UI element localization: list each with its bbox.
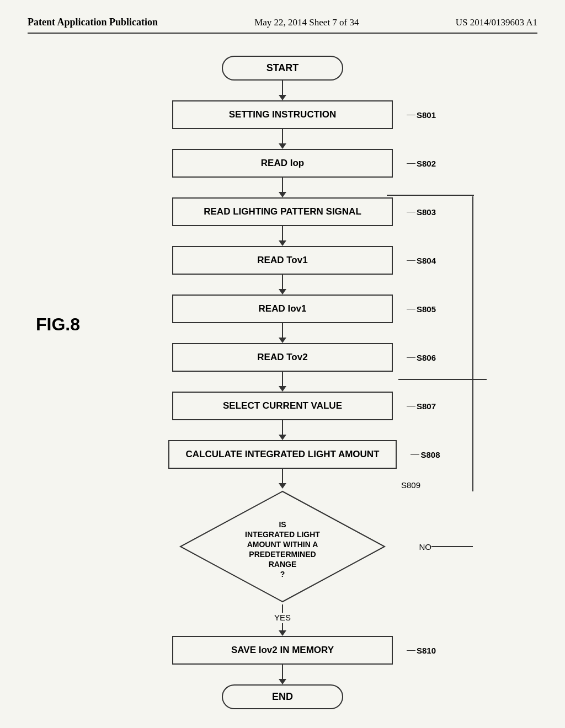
step-s808-process: CALCULATE INTEGRATED LIGHT AMOUNT S808 bbox=[168, 440, 397, 469]
yes-line-bottom bbox=[282, 623, 283, 631]
start-terminal-wrapper: START bbox=[222, 56, 343, 81]
step-s810-id: S810 bbox=[417, 646, 436, 655]
step-s803-process: READ LIGHTING PATTERN SIGNAL S803 bbox=[172, 197, 393, 226]
no-line-top-horizontal bbox=[387, 194, 474, 196]
step-s808-wrapper: CALCULATE INTEGRATED LIGHT AMOUNT S808 bbox=[168, 440, 397, 469]
step-s801-id: S801 bbox=[417, 110, 436, 120]
step-s807-id: S807 bbox=[417, 402, 436, 411]
step-s803-label: READ LIGHTING PATTERN SIGNAL bbox=[204, 206, 361, 217]
step-s805-id: S805 bbox=[417, 304, 436, 314]
no-line-vertical bbox=[472, 196, 474, 491]
flowchart: START SETTING INSTRUCTION S801 READ Iop … bbox=[28, 56, 537, 709]
header-date-sheet: May 22, 2014 Sheet 7 of 34 bbox=[254, 17, 359, 28]
step-s808-label: CALCULATE INTEGRATED LIGHT AMOUNT bbox=[186, 449, 380, 459]
step-s806-process: READ Tov2 S806 bbox=[172, 343, 393, 372]
step-s801-process: SETTING INSTRUCTION S801 bbox=[172, 100, 393, 129]
arrow-4 bbox=[282, 226, 283, 242]
step-s803-id: S803 bbox=[417, 207, 436, 217]
step-s807-process: SELECT CURRENT VALUE S807 bbox=[172, 392, 393, 420]
step-s807-wrapper: SELECT CURRENT VALUE S807 bbox=[172, 392, 393, 420]
step-s803-wrapper: READ LIGHTING PATTERN SIGNAL S803 bbox=[172, 197, 393, 226]
svg-text:?: ? bbox=[280, 570, 285, 579]
svg-text:AMOUNT WITHIN A: AMOUNT WITHIN A bbox=[247, 540, 318, 549]
step-s810-wrapper: SAVE Iov2 IN MEMORY S810 bbox=[172, 636, 393, 665]
step-s802-wrapper: READ Iop S802 bbox=[172, 149, 393, 178]
step-s805-wrapper: READ Iov1 S805 bbox=[172, 295, 393, 323]
start-terminal: START bbox=[222, 56, 343, 81]
header-patent-number: US 2014/0139603 A1 bbox=[456, 17, 537, 28]
yes-label: YES bbox=[274, 613, 291, 622]
diamond-shape: IS INTEGRATED LIGHT AMOUNT WITHIN A PRED… bbox=[178, 489, 387, 604]
arrow-1 bbox=[282, 81, 283, 96]
step-s809-id: S809 bbox=[401, 480, 420, 490]
arrow-8 bbox=[282, 420, 283, 436]
arrow-5 bbox=[282, 275, 283, 290]
arrow-11 bbox=[282, 665, 283, 680]
step-s805-process: READ Iov1 S805 bbox=[172, 295, 393, 323]
end-terminal-wrapper: END bbox=[222, 684, 343, 709]
step-s804-wrapper: READ Tov1 S804 bbox=[172, 246, 393, 275]
page: Patent Application Publication May 22, 2… bbox=[0, 0, 565, 728]
svg-text:PREDETERMINED: PREDETERMINED bbox=[249, 550, 316, 559]
step-s806-wrapper: READ Tov2 S806 bbox=[172, 343, 393, 372]
step-s810-label: SAVE Iov2 IN MEMORY bbox=[231, 645, 334, 655]
step-s801-wrapper: SETTING INSTRUCTION S801 bbox=[172, 100, 393, 129]
header-publication-label: Patent Application Publication bbox=[28, 17, 158, 28]
diamond-section: S809 IS INTEGRATED LIGHT AMOUNT WITHIN A… bbox=[178, 489, 387, 604]
step-s802-process: READ Iop S802 bbox=[172, 149, 393, 178]
svg-text:INTEGRATED LIGHT: INTEGRATED LIGHT bbox=[245, 530, 320, 539]
no-line-horizontal bbox=[431, 546, 473, 547]
step-s802-id: S802 bbox=[417, 159, 436, 168]
end-terminal: END bbox=[222, 684, 343, 709]
step-s807-label: SELECT CURRENT VALUE bbox=[223, 400, 342, 411]
step-s806-label: READ Tov2 bbox=[257, 352, 307, 362]
yes-line-top bbox=[282, 604, 283, 613]
arrow-2 bbox=[282, 129, 283, 144]
arrow-9 bbox=[282, 469, 283, 484]
step-s810-process: SAVE Iov2 IN MEMORY S810 bbox=[172, 636, 393, 665]
step-s804-label: READ Tov1 bbox=[257, 255, 307, 265]
arrow-6 bbox=[282, 323, 283, 339]
step-s808-id: S808 bbox=[420, 450, 440, 459]
step-s804-id: S804 bbox=[417, 256, 436, 265]
arrow-3 bbox=[282, 178, 283, 193]
step-s806-id: S806 bbox=[417, 353, 436, 362]
step-s804-process: READ Tov1 S804 bbox=[172, 246, 393, 275]
no-label: NO bbox=[419, 542, 432, 552]
svg-text:RANGE: RANGE bbox=[269, 560, 297, 569]
step-s802-label: READ Iop bbox=[261, 158, 304, 168]
yes-section: YES bbox=[274, 604, 291, 631]
step-s805-label: READ Iov1 bbox=[259, 303, 307, 314]
page-header: Patent Application Publication May 22, 2… bbox=[28, 17, 537, 34]
svg-text:IS: IS bbox=[279, 520, 286, 529]
step-s801-label: SETTING INSTRUCTION bbox=[229, 109, 337, 120]
